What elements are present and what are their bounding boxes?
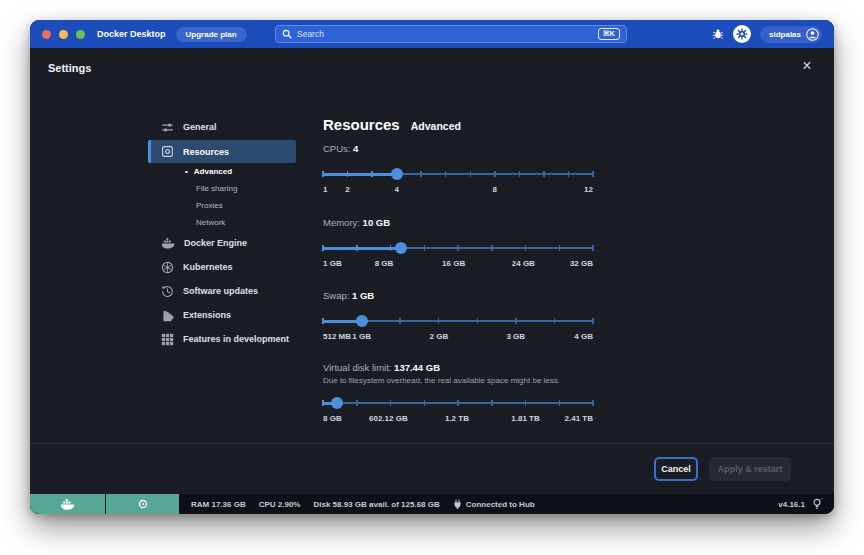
sidebar-item-features-in-development[interactable]: Features in development [148,327,296,351]
minimize-window-button[interactable] [59,30,68,39]
disk-slider[interactable] [323,397,593,409]
settings-header: Settings × [30,48,834,90]
slider-tick [491,400,493,406]
slider-tick [390,400,392,406]
plug-icon [453,499,462,510]
bug-report-icon[interactable] [712,28,724,40]
sidebar-item-general[interactable]: General [148,114,296,140]
username-label: sidpalas [769,30,801,39]
slider-tick [457,400,459,406]
sidebar-item-software-updates[interactable]: Software updates [148,279,296,303]
puzzle-icon [161,309,174,322]
avatar-icon [806,28,819,41]
upgrade-plan-button[interactable]: Upgrade plan [176,27,247,42]
cancel-button[interactable]: Cancel [654,457,698,481]
slider-tick [519,171,521,177]
slider-tick [322,245,324,251]
close-window-button[interactable] [42,30,51,39]
slider-tick [322,171,324,177]
swap-slider-group: Swap: 1 GB 512 MB1 GB2 GB3 GB4 GB [323,290,593,342]
page-title: Settings [48,62,91,74]
cpu-usage: CPU 2.90% [259,500,301,509]
advanced-subtitle: Advanced [411,120,461,132]
footer-divider [30,443,834,444]
ring-status-icon [138,499,148,509]
titlebar: Docker Desktop Upgrade plan ⌘K sidpalas [30,20,834,48]
slider-tick-label: 8 [492,185,496,194]
sidebar-item-label: Resources [183,147,229,157]
status-bar: RAM 17.36 GB CPU 2.90% Disk 58.93 GB ava… [30,494,834,514]
slider-thumb[interactable] [331,397,343,409]
sliders-icon [161,121,174,134]
swap-slider[interactable] [323,315,593,327]
slider-tick-label: 4 GB [574,332,593,341]
slider-tick [420,171,422,177]
search-input[interactable] [297,29,593,39]
sidebar-item-kubernetes[interactable]: Kubernetes [148,255,296,279]
slider-tick-label: 512 MB [323,332,351,341]
disk-usage: Disk 58.93 GB avail. of 125.68 GB [313,500,439,509]
ram-usage: RAM 17.36 GB [191,500,246,509]
slider-tick [371,171,373,177]
sidebar-subitem-network[interactable]: Network [148,214,296,231]
slider-tick-label: 602.12 GB [369,414,408,423]
disk-overhead-note: Due to filesystem overhead, the real ava… [323,376,593,385]
app-title: Docker Desktop [97,29,166,39]
engine-running-segment[interactable] [30,494,105,514]
sidebar-item-label: General [183,122,217,132]
slider-tick-label: 3 GB [506,332,525,341]
disk-limit-label: Virtual disk limit: 137.44 GB [323,362,593,373]
sidebar-item-extensions[interactable]: Extensions [148,303,296,327]
slider-tick-label: 1 [323,185,327,194]
sidebar-item-label: Docker Engine [184,238,247,248]
slider-tick [424,245,426,251]
sidebar-item-docker-engine[interactable]: Docker Engine [148,231,296,255]
apply-restart-button[interactable]: Apply & restart [709,457,791,481]
slider-tick [525,400,527,406]
memory-slider[interactable] [323,242,593,254]
lightbulb-icon [812,498,822,510]
maximize-window-button[interactable] [76,30,85,39]
sidebar-subitem-proxies[interactable]: Proxies [148,197,296,214]
settings-sidebar: General Resources • Advanced File sharin… [148,114,296,351]
sidebar-item-resources[interactable]: Resources [148,140,296,163]
slider-tick [592,245,594,251]
slider-tick-label: 2 [345,185,349,194]
slider-tick [568,171,570,177]
slider-thumb[interactable] [391,168,403,180]
sidebar-subitem-label: Network [196,218,225,227]
cpus-slider[interactable] [323,168,593,180]
status-ring-segment[interactable] [105,494,179,514]
search-icon [282,29,292,39]
slider-tick [399,318,401,324]
tips-button[interactable] [812,498,822,510]
slider-thumb[interactable] [395,242,407,254]
close-icon[interactable]: × [798,57,816,75]
sidebar-item-label: Software updates [183,286,258,296]
slider-tick-label: 1.81 TB [511,414,539,423]
whale-status-icon [60,499,75,510]
slider-tick [592,171,594,177]
slider-thumb[interactable] [356,315,368,327]
slider-tick [445,171,447,177]
docker-desktop-window: Docker Desktop Upgrade plan ⌘K sidpalas … [30,20,834,514]
gear-icon [736,28,748,40]
kubernetes-icon [161,261,174,274]
sidebar-subitem-label: Advanced [194,167,232,176]
slider-tick-label: 2.41 TB [565,414,593,423]
slider-tick [477,318,479,324]
slider-tick [390,245,392,251]
sidebar-subitem-advanced[interactable]: • Advanced [148,163,296,180]
user-menu[interactable]: sidpalas [760,26,822,43]
slider-tick [457,245,459,251]
search-box[interactable]: ⌘K [275,25,627,43]
settings-button[interactable] [733,25,751,43]
slider-tick-label: 1.2 TB [445,414,469,423]
titlebar-right: sidpalas [712,20,822,48]
grid-icon [161,333,174,346]
slider-tick [554,318,556,324]
slider-tick [559,400,561,406]
hub-connection-status: Connected to Hub [453,499,535,510]
sidebar-subitem-file-sharing[interactable]: File sharing [148,180,296,197]
swap-label: Swap: 1 GB [323,290,593,301]
